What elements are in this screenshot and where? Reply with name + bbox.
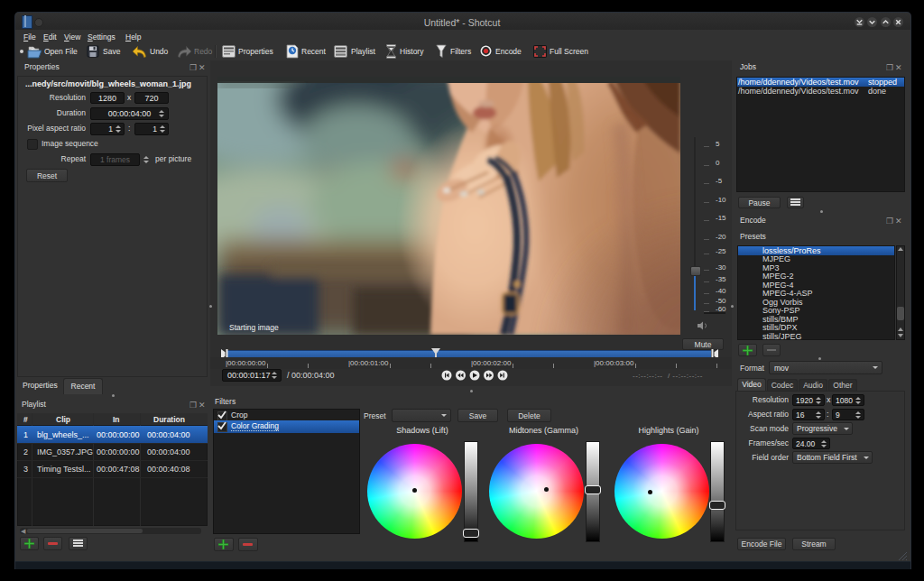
svg-text:Starting image: Starting image: [229, 323, 279, 332]
